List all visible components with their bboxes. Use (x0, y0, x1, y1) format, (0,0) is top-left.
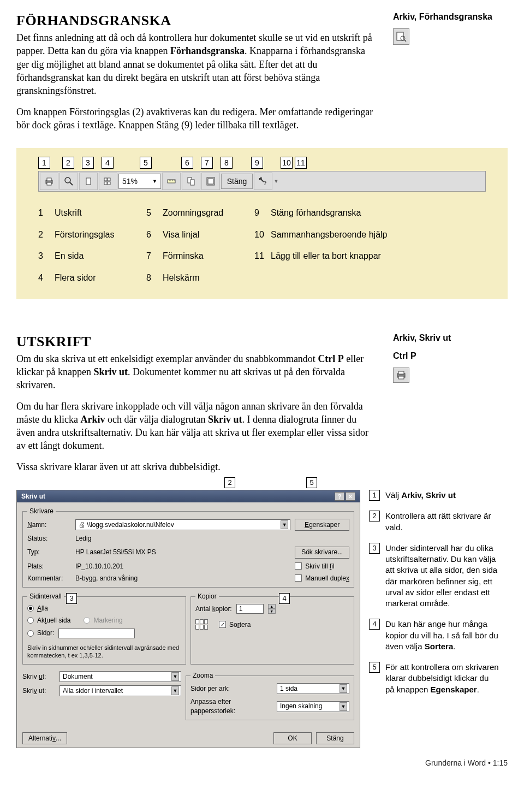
pages-input[interactable] (58, 629, 135, 638)
copies-label: Antal kopior: (195, 604, 232, 613)
callout-10: 10 (281, 157, 293, 169)
multi-page-button[interactable] (99, 173, 117, 190)
copies-fieldset: Kopior Antal kopior: 1 ▲▼ ✓Sortera (190, 592, 354, 665)
steps-list: 1Välj Arkiv, Skriv ut 2Kontrollera att r… (369, 490, 500, 695)
step-4-text: Du kan här ange hur många kopior du vill… (385, 619, 500, 652)
svg-rect-11 (104, 182, 107, 185)
preview-toolbar: 51%▼ Stäng ? ▼ (38, 171, 486, 192)
pages-per-sheet-dropdown[interactable]: 1 sida▼ (277, 683, 349, 694)
options-button[interactable]: Alternativ... (22, 732, 67, 744)
dlg-callout-5: 5 (306, 477, 317, 488)
print-icon (393, 368, 409, 383)
cancel-button[interactable]: Stäng (316, 732, 354, 744)
step-5-text: För att kontrollera om skrivaren klarar … (385, 662, 500, 695)
name-label: Namn: (27, 520, 71, 529)
copies-input[interactable]: 1 (236, 604, 264, 614)
help-window-button[interactable]: ? (335, 492, 344, 501)
print-dialog: 2 5 3 4 Skriv ut ? × Skrivare Namn: 🖨 \\… (16, 490, 360, 748)
callout-6: 6 (181, 157, 193, 169)
toolbar-overflow[interactable]: ▼ (273, 178, 279, 185)
sidebar-print-shortcut: Ctrl P (393, 350, 508, 362)
callout-1: 1 (38, 157, 50, 169)
svg-rect-25 (398, 376, 404, 379)
where-value: IP_10.10.10.201 (75, 562, 290, 571)
print-button[interactable] (40, 173, 58, 190)
properties-button[interactable]: Egenskaper (295, 519, 349, 531)
step-2-num: 2 (369, 511, 380, 521)
callout-9: 9 (251, 157, 263, 169)
heading-forhandsgranska: FÖRHANDSGRANSKA (16, 11, 377, 30)
ok-button[interactable]: OK (273, 732, 312, 744)
sidebar-preview-title: Arkiv, Förhandsgranska (393, 11, 508, 23)
svg-rect-4 (47, 178, 51, 181)
step-3-num: 3 (369, 543, 380, 554)
comment-value: B-bygg, andra våning (75, 574, 290, 583)
scale-dropdown[interactable]: Ingen skalning▼ (277, 701, 349, 712)
print-range-dropdown[interactable]: Alla sidor i intervallet▼ (59, 685, 181, 696)
dlg-callout-2: 2 (224, 477, 235, 488)
manual-duplex-checkbox[interactable]: Manuell duplex (295, 574, 349, 583)
svg-line-2 (404, 40, 406, 42)
copies-spinner[interactable]: ▲▼ (268, 604, 276, 614)
range-hint: Skriv in sidnummer och/eller sidinterval… (27, 644, 181, 660)
callout-3: 3 (82, 157, 94, 169)
step-1-text: Välj Arkiv, Skriv ut (385, 490, 456, 501)
one-page-button[interactable] (79, 173, 98, 190)
range-selection-radio: Markering (84, 616, 122, 625)
dialog-titlebar: Skriv ut ? × (17, 490, 360, 502)
print-to-file-checkbox[interactable]: Skriv till fil (295, 562, 349, 571)
svg-rect-5 (47, 182, 51, 185)
type-value: HP LaserJet 5Si/5Si MX PS (75, 548, 290, 556)
zoom-fieldset: Zooma Sidor per ark: 1 sida▼ Anpassa eft… (186, 671, 354, 720)
para-print-3: Vissa skrivare klarar även ut att skriva… (16, 460, 377, 473)
toolbar-figure: 1 2 3 4 5 6 7 8 9 10 11 51%▼ Stäng ? ▼ 1… (16, 148, 508, 299)
range-all-radio[interactable]: Alla (27, 604, 181, 613)
step-3-text: Under sidintervall har du olika utskrift… (385, 543, 500, 609)
ruler-button[interactable] (162, 173, 181, 190)
range-current-radio[interactable]: Aktuell sida (27, 616, 70, 625)
help-button[interactable]: ? (254, 173, 272, 190)
svg-point-6 (65, 177, 70, 183)
status-label: Status: (27, 534, 71, 543)
close-preview-button[interactable]: Stäng (221, 174, 253, 189)
type-label: Typ: (27, 548, 71, 556)
svg-rect-9 (104, 178, 107, 181)
toolbar-legend: 1Utskrift 5Zoomningsgrad 9Stäng förhands… (38, 207, 486, 283)
dlg-callout-3: 3 (66, 593, 77, 604)
step-5-num: 5 (369, 662, 380, 673)
shrink-button[interactable] (182, 173, 200, 190)
callout-5: 5 (140, 157, 152, 169)
print-what-dropdown[interactable]: Dokument▼ (59, 671, 181, 682)
svg-rect-24 (398, 371, 404, 374)
range-fieldset: Sidintervall Alla Aktuell sida Markering… (22, 592, 186, 665)
para-preview-2: Om knappen Förstoringsglas (2) avaktiver… (16, 105, 377, 132)
heading-utskrift: UTSKRIFT (16, 332, 377, 351)
status-value: Ledig (75, 534, 290, 543)
svg-text:?: ? (264, 180, 267, 186)
collate-checkbox[interactable]: ✓Sortera (219, 620, 251, 629)
printer-name-dropdown[interactable]: 🖨 \\logg.svedalaskolor.nu\Nfelev▼ (75, 519, 290, 530)
preview-icon (393, 28, 409, 45)
page-footer: Grunderna i Word • 1:15 (16, 758, 508, 768)
svg-rect-8 (86, 178, 91, 185)
fullscreen-button[interactable] (201, 173, 220, 190)
close-window-button[interactable]: × (346, 492, 355, 501)
callout-8: 8 (221, 157, 233, 169)
comment-label: Kommentar: (27, 574, 71, 583)
print-what-label: Skriv ut: (22, 672, 55, 681)
svg-rect-10 (108, 178, 110, 181)
callout-7: 7 (201, 157, 213, 169)
zoom-dropdown[interactable]: 51%▼ (118, 174, 161, 189)
find-printer-button[interactable]: Sök skrivare... (295, 547, 349, 559)
range-pages-radio[interactable]: Sidor: (27, 629, 54, 637)
printer-fieldset: Skrivare Namn: 🖨 \\logg.svedalaskolor.nu… (22, 507, 354, 588)
para-print-2: Om du har flera skrivare inkopplade och … (16, 400, 377, 453)
svg-rect-21 (208, 179, 213, 184)
scale-label: Anpassa efter pappersstorlek: (190, 697, 272, 715)
pages-per-sheet-label: Sidor per ark: (190, 684, 272, 693)
step-1-num: 1 (369, 490, 380, 501)
print-range-label: Skriv ut: (22, 686, 55, 695)
magnifier-button[interactable] (59, 173, 78, 190)
sidebar-print-title: Arkiv, Skriv ut (393, 332, 508, 344)
svg-rect-12 (108, 182, 110, 185)
